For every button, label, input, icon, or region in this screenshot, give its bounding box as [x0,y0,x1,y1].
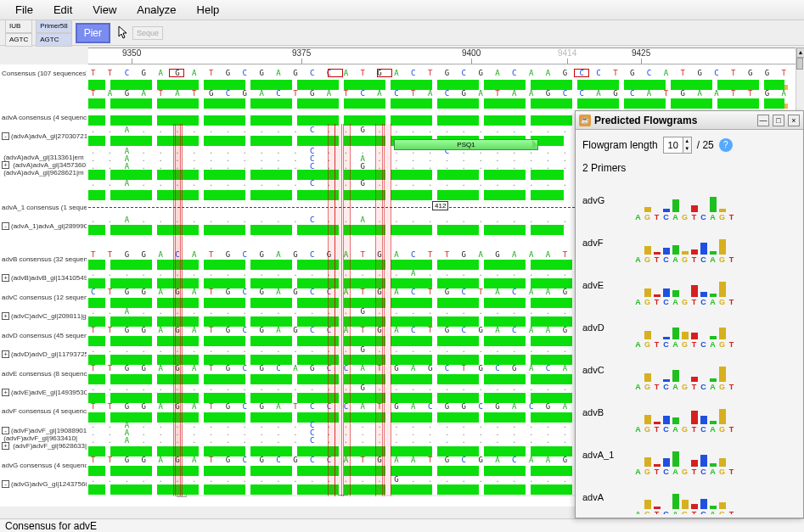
flowgram-bars: AGTCAGTCAGT [633,442,736,476]
variant-column [335,124,342,496]
primer-psq1[interactable]: PSQ1 [394,139,538,150]
track-label[interactable]: advG consensus (4 sequence [2,462,87,469]
track-label[interactable]: (advA)advA_gi|313361|em [2,154,87,161]
flowgram-name: advA [582,492,633,502]
flowgram-row[interactable]: advDAGTCAGTCAGT [582,306,800,349]
track-label[interactable]: -(advF)advF_gi|190889012 [2,427,87,434]
flowgram-bars: AGTCAGTCAGT [633,272,736,306]
track-label[interactable]: advF consensus (4 sequence [2,407,87,415]
track-label[interactable]: advD consensus (45 sequenc [2,332,87,339]
flowgram-row[interactable]: advAAGTCAGTCAGT [582,476,800,514]
iub-button[interactable]: IUB [5,20,32,33]
flowgram-bars: AGTCAGTCAGT [633,188,736,221]
track-label[interactable]: advA consensus (4 sequence [2,114,87,121]
consensus-label: Consensus (107 sequences) [2,70,87,77]
tree-toggle[interactable]: - [2,427,9,434]
flowgram-row[interactable]: advBAGTCAGTCAGT [582,391,800,434]
agtc2-button[interactable]: AGTC [36,33,71,47]
spin-up[interactable]: ▲ [683,137,691,145]
menu-edit[interactable]: Edit [43,0,82,20]
ruler-tick: 9425 [632,48,650,58]
track-label[interactable]: + (advF)advF_gi|9628633|m [2,442,87,450]
flowgram-name: advE [582,280,633,290]
primers-label: 2 Primers [582,162,796,174]
position-marker: 412 [432,201,448,210]
track-label[interactable]: +(advB)advB_gi|134105495 [2,274,87,282]
menu-file[interactable]: File [5,0,43,20]
flowgram-length-spinner[interactable]: ▲▼ [663,137,692,154]
scroll-up[interactable]: ▲ [796,48,804,58]
flowgram-length-input[interactable] [664,137,683,153]
tree-toggle[interactable]: + [2,389,9,396]
tree-toggle[interactable]: + [2,350,9,358]
variant-box [328,69,343,77]
primer58-button[interactable]: Primer58 [36,20,71,33]
panel-titlebar[interactable]: ☕ Predicted Flowgrams — □ × [576,111,803,130]
track-label[interactable]: +(advD)advD_gi|117937252 [2,350,87,358]
menu-view[interactable]: View [82,0,127,20]
ruler-tick: 9350 [122,48,141,58]
tree-toggle[interactable]: + [2,161,9,169]
ruler: 93509375940094149425 [88,48,796,64]
flowgram-name: advA_1 [582,450,633,460]
maximize-button[interactable]: □ [773,115,784,126]
flowgram-row[interactable]: advEAGTCAGTCAGT [582,264,800,306]
flowgram-bars: AGTCAGTCAGT [633,400,736,434]
track-label[interactable]: advE consensus (8 sequence [2,370,87,378]
track-label[interactable]: +(advC)advC_gi|209811|gb [2,312,87,320]
menu-help[interactable]: Help [187,0,230,20]
panel-title: Predicted Flowgrams [594,115,754,126]
agtc-button[interactable]: AGTC [5,33,32,47]
variant-box [377,69,392,77]
flowgram-bars: AGTCAGTCAGT [633,357,736,391]
flowgram-bars: AGTCAGTCAGT [633,484,736,514]
flowgram-bars: AGTCAGTCAGT [633,315,736,349]
help-icon[interactable]: ? [719,138,733,152]
variant-column [384,124,391,496]
minimize-button[interactable]: — [757,115,769,126]
track-label[interactable]: advC consensus (12 sequenc [2,294,87,301]
tree-toggle[interactable]: - [2,480,9,488]
sequence-row: T T C G A G A T G C G A G C C A T G A C … [88,69,796,77]
flowgram-row[interactable]: advCAGTCAGTCAGT [582,349,800,391]
vscroll-thumb[interactable] [796,58,803,70]
tree-toggle[interactable]: + [2,312,9,320]
tree-toggle[interactable]: + [2,442,9,450]
flowgram-name: advD [582,322,633,333]
coverage-bar [88,98,796,109]
pier-button[interactable]: Pier [76,23,110,43]
flowgram-bars: AGTCAGTCAGT [633,230,736,264]
track-label[interactable]: -(advA_1)advA_gi|2899909 [2,222,87,230]
flowgram-list[interactable]: advGAGTCAGTCAGTadvFAGTCAGTCAGTadvEAGTCAG… [582,179,800,514]
menu-analyze[interactable]: Analyze [127,0,186,20]
track-label[interactable]: advB consensus (32 sequenc [2,255,87,263]
flowgram-row[interactable]: advGAGTCAGTCAGT [582,179,800,221]
track-label[interactable]: (advF)advF_gi|9633410| [2,434,87,442]
flowgram-name: advC [582,365,633,375]
flowgram-length-max: / 25 [697,139,714,151]
spin-down[interactable]: ▼ [683,145,691,153]
close-button[interactable]: × [788,115,800,126]
track-sidebar: Consensus (107 sequences)advA consensus … [0,64,88,507]
flowgram-row[interactable]: advFAGTCAGTCAGT [582,221,800,264]
tree-toggle[interactable]: + [2,274,9,282]
tree-toggle[interactable]: - [2,132,9,140]
cursor-icon [117,25,129,41]
variant-column [375,124,383,496]
flowgram-panel[interactable]: ☕ Predicted Flowgrams — □ × Flowgram len… [575,110,804,518]
track-label[interactable]: -(advA)advA_gi|270307218 [2,132,87,140]
flowgram-name: advG [582,195,633,205]
track-label[interactable]: -(advG)advG_gi|124375602 [2,480,87,488]
flowgram-length-label: Flowgram length [582,139,658,151]
track-label[interactable]: +(advE)advE_gi|149395306 [2,389,87,396]
variant-column [175,124,183,496]
seq-button[interactable]: Seque [132,26,163,40]
ruler-tick: 9400 [462,48,481,58]
track-label[interactable]: advA_1 consensus (1 sequen [2,204,87,211]
track-label[interactable]: (advA)advA_gi|9628621|m [2,169,87,176]
tree-toggle[interactable]: - [2,222,9,230]
sequence-row: T A G A T A T G C G A C T G A T C A C T … [88,89,796,98]
flowgram-name: advF [582,238,633,248]
flowgram-row[interactable]: advA_1AGTCAGTCAGT [582,434,800,476]
track-label[interactable]: + (advA)advA_gi|34573601 [2,161,87,169]
